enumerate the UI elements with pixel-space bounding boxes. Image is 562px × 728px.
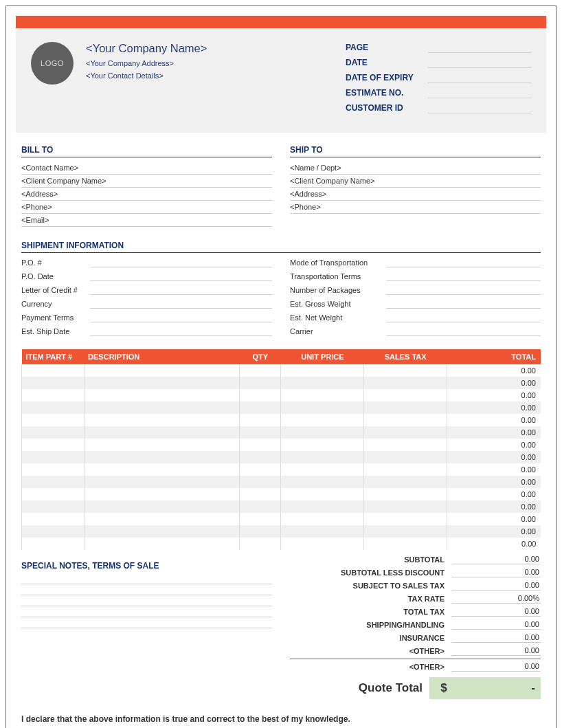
table-cell[interactable]: [84, 500, 240, 513]
ship-field[interactable]: [386, 299, 541, 309]
other2-label[interactable]: <OTHER>: [290, 663, 451, 671]
customer-value[interactable]: [428, 102, 531, 113]
table-row[interactable]: 0.00: [22, 513, 541, 525]
note-line[interactable]: [21, 595, 272, 606]
table-cell[interactable]: [240, 500, 281, 513]
company-name[interactable]: <Your Company Name>: [86, 42, 333, 55]
table-cell[interactable]: [84, 538, 240, 550]
table-cell[interactable]: [281, 476, 364, 488]
table-cell[interactable]: [364, 538, 447, 550]
ship-name[interactable]: <Name / Dept>: [290, 162, 541, 175]
table-cell[interactable]: [22, 525, 85, 538]
table-row[interactable]: 0.00: [22, 389, 541, 401]
table-cell[interactable]: [240, 463, 281, 476]
bill-company[interactable]: <Client Company Name>: [21, 175, 272, 188]
table-cell[interactable]: [240, 538, 281, 550]
table-cell[interactable]: [281, 451, 364, 463]
table-cell[interactable]: [84, 426, 240, 439]
table-cell[interactable]: [84, 377, 240, 389]
table-cell[interactable]: [240, 401, 281, 414]
bill-address[interactable]: <Address>: [21, 188, 272, 201]
table-cell[interactable]: [281, 414, 364, 426]
expiry-value[interactable]: [428, 72, 531, 83]
table-cell[interactable]: [364, 389, 447, 401]
table-cell[interactable]: [22, 439, 85, 451]
table-cell[interactable]: [364, 500, 447, 513]
ship-phone[interactable]: <Phone>: [290, 201, 541, 214]
table-row[interactable]: 0.00: [22, 463, 541, 476]
table-cell[interactable]: [84, 439, 240, 451]
ship-field[interactable]: [386, 258, 541, 267]
company-address[interactable]: <Your Company Address>: [86, 59, 333, 67]
table-row[interactable]: 0.00: [22, 377, 541, 389]
table-row[interactable]: 0.00: [22, 451, 541, 463]
table-cell[interactable]: [84, 414, 240, 426]
bill-contact[interactable]: <Contact Name>: [21, 162, 272, 175]
table-row[interactable]: 0.00: [22, 500, 541, 513]
table-cell[interactable]: [364, 401, 447, 414]
table-cell[interactable]: [84, 463, 240, 476]
table-cell[interactable]: [281, 500, 364, 513]
table-cell[interactable]: [364, 476, 447, 488]
table-cell[interactable]: 0.00: [447, 364, 541, 377]
table-cell[interactable]: 0.00: [447, 401, 541, 414]
table-row[interactable]: 0.00: [22, 401, 541, 414]
table-cell[interactable]: [84, 401, 240, 414]
table-cell[interactable]: [22, 513, 85, 525]
table-cell[interactable]: 0.00: [447, 414, 541, 426]
table-cell[interactable]: [281, 401, 364, 414]
table-cell[interactable]: [240, 414, 281, 426]
table-cell[interactable]: [22, 538, 85, 550]
page-value[interactable]: [428, 42, 531, 53]
bill-email[interactable]: <Email>: [21, 214, 272, 227]
table-cell[interactable]: [364, 451, 447, 463]
table-cell[interactable]: [364, 414, 447, 426]
table-cell[interactable]: [281, 439, 364, 451]
table-cell[interactable]: [240, 364, 281, 377]
table-cell[interactable]: 0.00: [447, 451, 541, 463]
ship-address[interactable]: <Address>: [290, 188, 541, 201]
table-cell[interactable]: [281, 538, 364, 550]
table-cell[interactable]: [364, 439, 447, 451]
table-cell[interactable]: [84, 488, 240, 500]
ship-field[interactable]: [90, 299, 272, 309]
table-cell[interactable]: [240, 439, 281, 451]
note-line[interactable]: [21, 584, 272, 595]
table-cell[interactable]: [22, 414, 85, 426]
ship-field[interactable]: [90, 313, 272, 322]
table-cell[interactable]: 0.00: [447, 389, 541, 401]
table-cell[interactable]: [364, 426, 447, 439]
other1-label[interactable]: <OTHER>: [290, 647, 451, 655]
table-cell[interactable]: [84, 364, 240, 377]
table-cell[interactable]: [364, 463, 447, 476]
table-cell[interactable]: [22, 463, 85, 476]
table-cell[interactable]: 0.00: [447, 439, 541, 451]
table-cell[interactable]: 0.00: [447, 426, 541, 439]
ship-field[interactable]: [386, 327, 541, 336]
table-cell[interactable]: [240, 513, 281, 525]
table-cell[interactable]: [240, 476, 281, 488]
table-cell[interactable]: [84, 525, 240, 538]
table-cell[interactable]: [364, 513, 447, 525]
ship-field[interactable]: [90, 272, 272, 281]
table-cell[interactable]: [22, 389, 85, 401]
table-cell[interactable]: [84, 389, 240, 401]
table-cell[interactable]: [22, 476, 85, 488]
table-cell[interactable]: [364, 377, 447, 389]
table-cell[interactable]: [364, 488, 447, 500]
note-line[interactable]: [21, 573, 272, 584]
estimate-value[interactable]: [428, 87, 531, 98]
table-cell[interactable]: [281, 389, 364, 401]
note-line[interactable]: [21, 617, 272, 628]
ship-field[interactable]: [386, 272, 541, 281]
taxrate-value[interactable]: 0.00%: [451, 593, 541, 604]
table-cell[interactable]: [22, 377, 85, 389]
table-row[interactable]: 0.00: [22, 488, 541, 500]
table-cell[interactable]: 0.00: [447, 476, 541, 488]
shipping-value[interactable]: 0.00: [451, 619, 541, 630]
date-value[interactable]: [428, 57, 531, 68]
table-cell[interactable]: [84, 513, 240, 525]
table-cell[interactable]: [240, 426, 281, 439]
table-cell[interactable]: 0.00: [447, 513, 541, 525]
table-cell[interactable]: 0.00: [447, 377, 541, 389]
